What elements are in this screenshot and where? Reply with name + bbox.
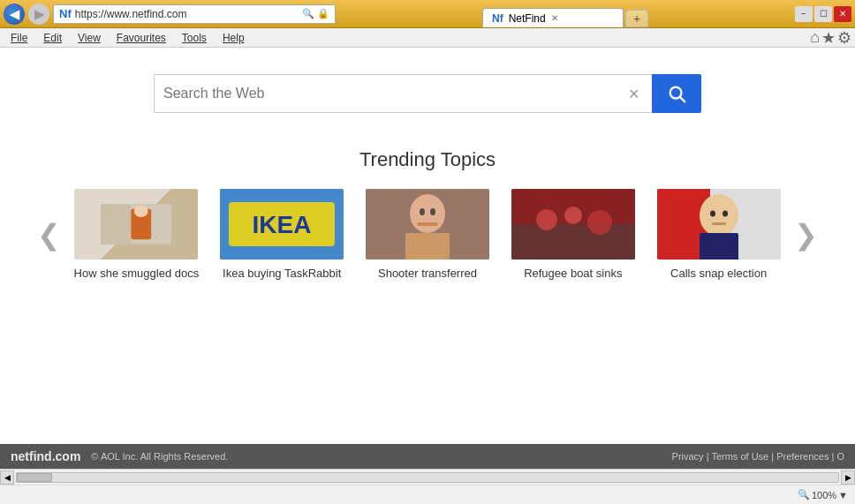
trending-label-smuggle: How she smuggled docs xyxy=(74,267,200,280)
search-icon xyxy=(667,84,686,103)
menu-help[interactable]: Help xyxy=(216,30,252,46)
tab-close-button[interactable]: ✕ xyxy=(551,13,558,23)
search-button[interactable] xyxy=(652,74,701,113)
close-button[interactable]: ✕ xyxy=(834,6,851,22)
menu-tools[interactable]: Tools xyxy=(175,30,214,46)
footer-brand: netfind.com xyxy=(11,449,80,463)
footer-copyright: © AOL Inc. All Rights Reserved. xyxy=(91,451,228,462)
smuggle-image-svg xyxy=(101,189,171,260)
ikea-image-svg: IKEA xyxy=(220,189,344,260)
back-icon: ◀ xyxy=(10,7,19,21)
svg-point-19 xyxy=(587,210,612,235)
address-url: https://www.netfind.com xyxy=(75,8,299,20)
zoom-dropdown-icon[interactable]: ▼ xyxy=(838,490,848,500)
forward-icon: ▶ xyxy=(34,7,44,21)
scroll-track[interactable] xyxy=(16,472,839,483)
search-input[interactable] xyxy=(163,86,624,102)
trending-image-smuggle xyxy=(74,189,198,260)
trending-item-ikea[interactable]: IKEA Ikea buying TaskRabbit xyxy=(214,189,351,280)
svg-point-17 xyxy=(536,209,557,230)
search-container: ✕ xyxy=(154,74,701,113)
refugee-image-svg xyxy=(511,189,635,260)
svg-point-10 xyxy=(410,194,445,233)
trending-title: Trending Topics xyxy=(30,148,825,171)
trending-item-election[interactable]: Calls snap election xyxy=(650,189,787,280)
trending-item-refugee[interactable]: Refugee boat sinks xyxy=(504,189,641,280)
main-content: ✕ Trending Topics ❮ xyxy=(0,48,855,444)
carousel-prev-button[interactable]: ❮ xyxy=(30,218,68,252)
trending-image-shooter xyxy=(366,189,489,260)
trending-label-refugee: Refugee boat sinks xyxy=(524,267,622,280)
zoom-indicator[interactable]: 🔍 100% ▼ xyxy=(798,489,848,500)
forward-button[interactable]: ▶ xyxy=(28,4,49,25)
menu-bar: File Edit View Favourites Tools Help ⌂ ★… xyxy=(0,28,855,48)
tab-logo: Nf xyxy=(492,12,503,25)
svg-point-22 xyxy=(700,194,738,237)
trending-carousel: ❮ Ho xyxy=(30,189,825,280)
footer: netfind.com © AOL Inc. All Rights Reserv… xyxy=(0,444,855,469)
gear-icon[interactable]: ⚙ xyxy=(837,28,851,48)
minimize-button[interactable]: − xyxy=(795,6,813,22)
home-icon[interactable]: ⌂ xyxy=(810,28,820,47)
horizontal-scrollbar[interactable]: ◀ ▶ xyxy=(0,469,855,485)
star-icon[interactable]: ★ xyxy=(821,28,836,48)
svg-line-1 xyxy=(680,97,685,102)
svg-point-18 xyxy=(564,207,582,224)
address-logo: Nf xyxy=(59,7,72,20)
trending-label-ikea: Ikea buying TaskRabbit xyxy=(223,267,341,280)
svg-rect-16 xyxy=(511,224,635,260)
active-tab[interactable]: Nf NetFind ✕ xyxy=(482,8,624,27)
trending-image-ikea: IKEA xyxy=(220,189,344,260)
footer-links[interactable]: Privacy | Terms of Use | Preferences | O xyxy=(672,451,844,462)
svg-point-25 xyxy=(723,211,728,217)
menu-file[interactable]: File xyxy=(4,30,34,46)
menu-view[interactable]: View xyxy=(71,30,108,46)
svg-rect-11 xyxy=(405,233,450,260)
back-button[interactable]: ◀ xyxy=(4,4,25,25)
zoom-value: 100% xyxy=(812,490,836,500)
search-clear-icon[interactable]: ✕ xyxy=(624,86,643,102)
trending-item-smuggle[interactable]: How she smuggled docs xyxy=(68,189,205,280)
maximize-button[interactable]: ☐ xyxy=(814,6,832,22)
trending-item-shooter[interactable]: Shooter transferred xyxy=(359,189,496,280)
zoom-icon: 🔍 xyxy=(798,489,810,500)
svg-point-4 xyxy=(134,205,148,217)
trending-image-election xyxy=(657,189,781,260)
address-search-icon: 🔍 xyxy=(302,8,314,19)
svg-text:IKEA: IKEA xyxy=(253,211,312,238)
svg-rect-14 xyxy=(417,222,438,226)
trending-label-shooter: Shooter transferred xyxy=(378,267,477,280)
scroll-thumb[interactable] xyxy=(17,473,52,482)
address-lock-icon: 🔒 xyxy=(317,8,329,19)
election-image-svg xyxy=(657,189,781,260)
svg-rect-23 xyxy=(700,233,738,260)
svg-rect-5 xyxy=(101,204,131,244)
new-tab-button[interactable]: + xyxy=(625,10,648,27)
trending-section: Trending Topics ❮ xyxy=(30,148,825,280)
carousel-next-button[interactable]: ❯ xyxy=(787,218,825,252)
address-bar[interactable]: Nf https://www.netfind.com 🔍 🔒 xyxy=(53,4,336,24)
tab-label: NetFind xyxy=(509,12,546,25)
svg-point-13 xyxy=(430,208,435,215)
trending-image-refugee xyxy=(511,189,635,260)
scroll-left-button[interactable]: ◀ xyxy=(0,470,14,485)
menu-edit[interactable]: Edit xyxy=(36,30,69,46)
status-bar: 🔍 100% ▼ xyxy=(0,485,855,504)
shooter-image-svg xyxy=(366,189,489,260)
scroll-right-button[interactable]: ▶ xyxy=(841,470,855,485)
trending-items: How she smuggled docs IKEA Ikea buying xyxy=(68,189,787,280)
menu-favourites[interactable]: Favourites xyxy=(110,30,173,46)
search-input-wrapper[interactable]: ✕ xyxy=(154,74,652,113)
trending-label-election: Calls snap election xyxy=(670,267,767,280)
svg-rect-26 xyxy=(712,222,726,225)
svg-point-12 xyxy=(420,208,425,215)
svg-point-24 xyxy=(710,211,715,217)
